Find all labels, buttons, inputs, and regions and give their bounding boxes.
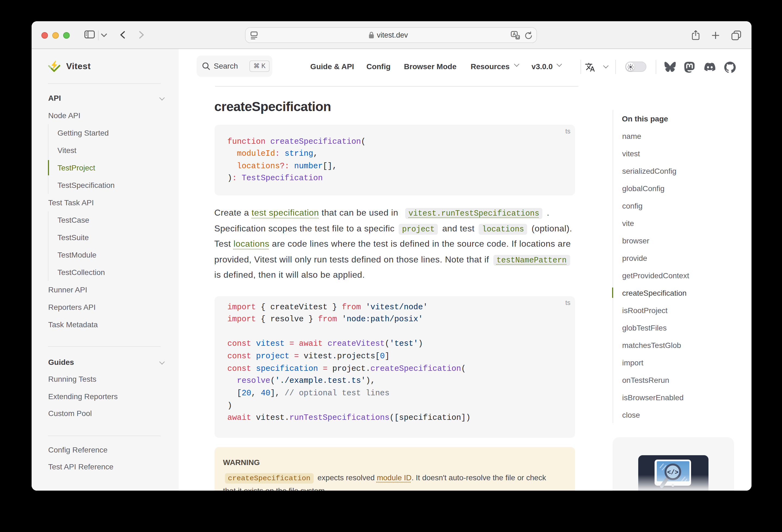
svg-text:A: A	[512, 32, 516, 37]
